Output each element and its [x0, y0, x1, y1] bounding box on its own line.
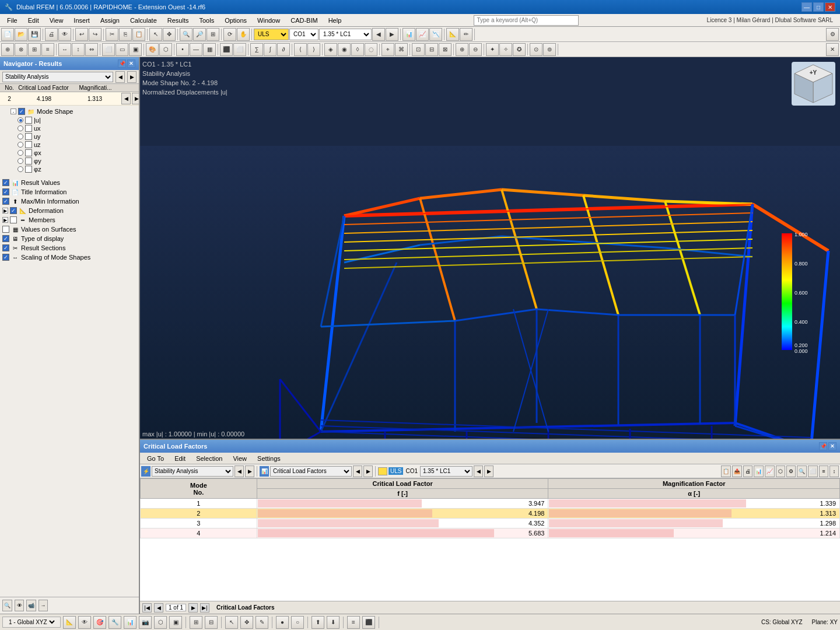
pt-co-prev[interactable]: ◀ [474, 466, 483, 477]
mode-shape-expander[interactable]: - [10, 108, 16, 114]
check-uz[interactable] [25, 141, 32, 148]
tb2-f1[interactable]: ✦ [486, 43, 499, 56]
tb2-2[interactable]: ⊗ [15, 43, 27, 56]
tb2-g2[interactable]: ⊚ [543, 43, 556, 56]
tb-co-dropdown[interactable]: CO1 [289, 29, 318, 40]
navigator-controls[interactable]: 📌 ✕ [118, 60, 135, 68]
tree-phiz[interactable]: φz [1, 165, 138, 173]
tb2-select-all[interactable]: ⬛ [220, 43, 233, 56]
panel-menu-goto[interactable]: Go To [142, 454, 169, 463]
tb2-b1[interactable]: ⟨ [294, 43, 307, 56]
tree-surfaces[interactable]: ▦ Values on Surfaces [1, 225, 138, 234]
status-btn-7[interactable]: ⬡ [154, 616, 167, 629]
nav-next-btn[interactable]: ▶ [127, 71, 136, 83]
pt-tb-r7[interactable]: ⚙ [786, 466, 796, 477]
tb-print-prev[interactable]: 👁 [58, 28, 71, 41]
check-deformation[interactable]: ✓ [10, 207, 17, 214]
check-type-display[interactable]: ✓ [2, 235, 9, 242]
check-phiz[interactable] [25, 166, 32, 173]
tb2-1[interactable]: ⊕ [1, 43, 14, 56]
tb2-c4[interactable]: ◌ [365, 43, 377, 56]
tb2-a1[interactable]: ∑ [250, 43, 263, 56]
pt-co-next[interactable]: ▶ [484, 466, 494, 477]
bottom-close-btn[interactable]: ✕ [828, 442, 836, 450]
tb2-f3[interactable]: ✪ [513, 43, 526, 56]
nav-row-next[interactable]: ▶ [132, 93, 140, 104]
check-title-info[interactable]: ✓ [2, 188, 9, 195]
tb-open[interactable]: 📂 [15, 28, 27, 41]
table-row[interactable]: 34.3521.298 [141, 519, 840, 528]
status-coord[interactable]: 1 - Global XYZ [2, 617, 61, 628]
nav-row-prev[interactable]: ◀ [121, 93, 131, 104]
radio-ux[interactable] [18, 125, 23, 131]
tb2-e1[interactable]: ⊡ [412, 43, 425, 56]
tb-copy[interactable]: ⎘ [119, 28, 132, 41]
nav-table-row[interactable]: 2 4.198 1.313 ◀ ▶ [0, 92, 139, 106]
table-row[interactable]: 24.1981.313 [141, 509, 840, 519]
status-btn-2[interactable]: 👁 [78, 616, 91, 629]
tb-zoom-in[interactable]: 🔍 [180, 28, 192, 41]
tree-result-values[interactable]: ✓ 📊 Result Values [1, 178, 138, 187]
status-tb-17[interactable]: ⬇ [327, 616, 340, 629]
tb2-member[interactable]: — [190, 43, 202, 56]
tb2-surface[interactable]: ▦ [203, 43, 216, 56]
radio-phiz[interactable] [18, 166, 23, 172]
nav-bottom-1[interactable]: 🔍 [2, 600, 12, 611]
tb2-a3[interactable]: ∂ [277, 43, 290, 56]
tb2-zoom-m[interactable]: ⊖ [469, 43, 482, 56]
status-btn-12[interactable]: ✥ [240, 616, 253, 629]
tb-nav-next[interactable]: ▶ [386, 28, 398, 41]
tb2-f2[interactable]: ✧ [499, 43, 512, 56]
nav-bottom-4[interactable]: → [38, 600, 48, 611]
tree-result-sections[interactable]: ✓ ✂ Result Sections [1, 243, 138, 253]
tb-save[interactable]: 💾 [28, 28, 41, 41]
tb-lc-dropdown[interactable]: ULS [254, 29, 289, 40]
tb-new[interactable]: 📄 [1, 28, 14, 41]
check-ux[interactable] [25, 125, 32, 132]
radio-phiy[interactable] [18, 158, 23, 164]
tb2-d1[interactable]: ⌖ [382, 43, 394, 56]
close-button[interactable]: ✕ [825, 2, 835, 12]
pt-tb-scroll[interactable]: ↕ [830, 466, 839, 477]
tb-rotate[interactable]: ⟳ [223, 28, 236, 41]
status-btn-3[interactable]: 🎯 [93, 616, 106, 629]
status-btn-5[interactable]: 📊 [124, 616, 136, 629]
check-scaling[interactable]: ✓ [2, 254, 9, 261]
menu-file[interactable]: File [2, 16, 22, 25]
status-tb-16[interactable]: ⬆ [312, 616, 324, 629]
tb2-6[interactable]: ↕ [72, 43, 85, 56]
cube-navigator[interactable]: +Y [792, 62, 835, 106]
bottom-panel-controls[interactable]: 📌 ✕ [819, 442, 836, 450]
tree-type-display[interactable]: ✓ 🖥 Type of display [1, 234, 138, 243]
check-maxmin-info[interactable]: ✓ [2, 198, 9, 205]
tb-redo[interactable]: ↪ [89, 28, 102, 41]
check-members[interactable] [10, 216, 17, 223]
menu-help[interactable]: Help [324, 16, 346, 25]
status-tb-18[interactable]: ≡ [347, 616, 360, 629]
tb-print[interactable]: 🖨 [45, 28, 58, 41]
footer-next-btn[interactable]: ▶ [188, 603, 198, 612]
panel-menu-view[interactable]: View [228, 454, 251, 463]
menu-cad-bim[interactable]: CAD-BIM [286, 16, 322, 25]
members-expander[interactable]: ▶ [2, 217, 8, 223]
status-btn-4[interactable]: 🔧 [108, 616, 121, 629]
tb2-last[interactable]: ✕ [826, 43, 839, 56]
tree-members[interactable]: ▶ ━ Members [1, 215, 138, 225]
tb2-g1[interactable]: ⊙ [530, 43, 542, 56]
pt-tb-r2[interactable]: 📤 [732, 466, 742, 477]
tb-measure[interactable]: 📐 [446, 28, 459, 41]
pt-tb-r6[interactable]: ⬡ [776, 466, 785, 477]
status-btn-11[interactable]: ↖ [225, 616, 238, 629]
nav-prev-btn[interactable]: ◀ [116, 71, 125, 83]
check-result-sections[interactable]: ✓ [2, 244, 9, 251]
check-result-values[interactable]: ✓ [2, 179, 9, 186]
tree-title-info[interactable]: ✓ 📄 Title Information [1, 187, 138, 197]
keyword-search[interactable] [474, 15, 579, 26]
tb2-deselect[interactable]: ⬜ [233, 43, 246, 56]
tb2-c2[interactable]: ◉ [338, 43, 351, 56]
tb-zoom-out[interactable]: 🔎 [193, 28, 206, 41]
tb2-e3[interactable]: ⊠ [439, 43, 452, 56]
menu-results[interactable]: Results [163, 16, 194, 25]
tb-results-2[interactable]: 📈 [416, 28, 429, 41]
tb-paste[interactable]: 📋 [132, 28, 145, 41]
